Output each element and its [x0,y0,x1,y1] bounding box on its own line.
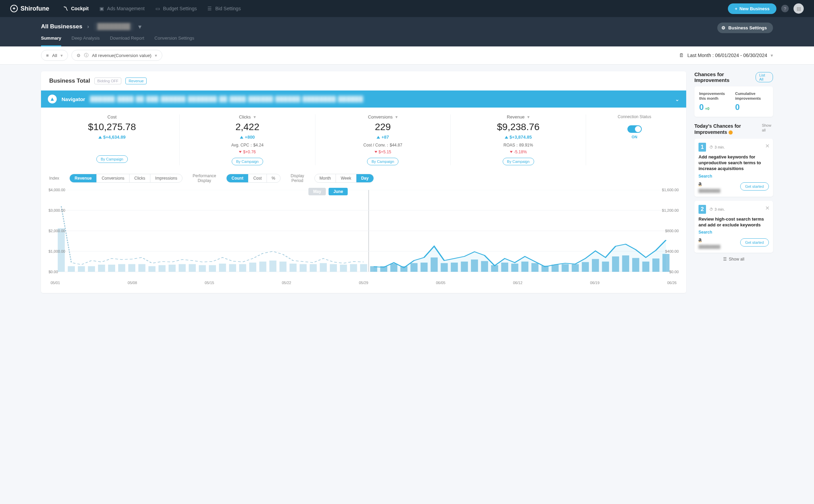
metric-cost: Cost $10,275.78 $+4,634.89 By Campaign [44,114,180,165]
chevron-down-icon[interactable]: ⌄ [675,96,679,102]
new-business-button[interactable]: + New Business [728,3,776,14]
breadcrumb-all-businesses[interactable]: All Businesses [41,23,82,30]
connection-toggle[interactable] [627,125,642,133]
metric-conversions: Conversions▾ 229 +87 Cost / Conv.：$44.87… [315,114,451,165]
filter-all-label: All [52,53,57,58]
svg-rect-21 [209,265,216,272]
seg-period-day[interactable]: Day [356,174,374,182]
nav-bid-settings[interactable]: ☰ Bid Settings [207,6,241,11]
filter-icon: ≡ [46,53,49,58]
filter-all-dropdown[interactable]: ≡ All ▾ [41,50,68,61]
close-icon[interactable]: ✕ [765,205,770,211]
date-range-picker[interactable]: 🗓 Last Month : 06/01/2024 - 06/30/2024 ▾ [679,53,773,58]
seg-period-month[interactable]: Month [315,174,336,182]
metric-cost-value: $10,275.78 [48,122,176,132]
filter-revenue-dropdown[interactable]: ⚙ ⓘ All revenue(Conversion value) ▾ [71,50,162,61]
svg-rect-29 [289,264,297,272]
seg-perf-percent[interactable]: % [267,174,280,182]
metric-revenue-label: Revenue [507,114,525,120]
y-tick-left: $2,000.00 [49,229,65,233]
chance-category: Search [698,174,769,179]
by-campaign-button[interactable]: By Campaign [503,158,534,165]
arrow-up-icon [377,136,380,139]
tab-summary[interactable]: Summary [41,36,61,46]
svg-rect-25 [249,263,256,272]
tab-download-report[interactable]: Download Report [110,36,144,46]
seg-index-clicks[interactable]: Clicks [130,174,150,182]
seg-period-week[interactable]: Week [336,174,356,182]
nav-ads-management[interactable]: ▣ Ads Management [99,6,145,11]
seg-perf-label: Performance Display [193,173,216,183]
chance-card-1: 1 ⏱3 min. ✕ Add negative keywords for un… [694,139,773,197]
svg-rect-34 [340,265,347,272]
seg-perf-count[interactable]: Count [227,174,248,182]
svg-rect-22 [219,264,226,272]
nav-bid-label: Bid Settings [215,6,241,11]
nav-cockpit[interactable]: 〽 Cockpit [63,6,89,11]
x-tick: 05/08 [128,281,137,285]
chevron-down-icon[interactable]: ▾ [138,23,141,30]
seg-period: Month Week Day [314,174,374,183]
metric-clicks-label: Clicks [239,114,251,120]
tag-revenue[interactable]: Revenue [125,78,147,84]
close-icon[interactable]: ✕ [765,143,770,149]
imp-cumulative-value: 0 [735,102,761,112]
x-tick: 05/29 [359,281,368,285]
nav-ads-label: Ads Management [107,6,145,11]
nav-budget-settings[interactable]: ▭ Budget Settings [155,6,197,11]
legend-may[interactable]: May [308,188,326,195]
tab-deep-analysis[interactable]: Deep Analysis [71,36,99,46]
y-tick-right: $0.00 [669,270,679,274]
stopwatch-icon: ⏱ [709,207,713,211]
list-all-button[interactable]: List All [756,72,773,82]
svg-rect-35 [350,264,357,272]
metric-clicks: Clicks▾ 2,422 +800 Avg. CPC：$4.24 $+0.76… [180,114,315,165]
svg-rect-16 [159,265,166,272]
y-tick-left: $0.00 [49,270,58,274]
show-all-link[interactable]: Show all [762,123,773,133]
imp-this-month-label: Improvements this month [699,91,725,101]
help-icon[interactable]: ? [781,5,789,12]
seg-index-revenue[interactable]: Revenue [70,174,97,182]
show-all-bottom-link[interactable]: ☰ Show all [694,257,773,262]
navigator-bar[interactable]: ▲ Navigator ██████ ████ ██ ███ ██████ ██… [41,90,686,108]
legend-june[interactable]: June [329,188,348,195]
chevron-down-icon[interactable]: ▾ [527,114,530,120]
svg-rect-20 [199,265,206,272]
chevron-right-icon: › [87,23,89,30]
info-icon: ⓘ [84,52,89,58]
chance-time: 3 min. [715,145,725,149]
metric-cost-label: Cost [107,114,117,120]
metric-clicks-value: 2,422 [183,122,311,132]
by-campaign-button[interactable]: By Campaign [96,155,128,163]
chevron-down-icon[interactable]: ▾ [254,114,256,120]
svg-rect-19 [189,264,196,272]
metric-revenue-sub: ROAS：89.91% [454,142,582,148]
by-campaign-button[interactable]: By Campaign [367,158,398,165]
tab-conversion-settings[interactable]: Conversion Settings [154,36,194,46]
x-tick: 05/01 [51,281,60,285]
user-avatar[interactable]: ▤ [793,3,804,14]
date-range-label: Last Month : 06/01/2024 - 06/30/2024 [687,53,767,58]
y-tick-left: $4,000.00 [49,188,65,192]
business-settings-button[interactable]: ⚙ Business Settings [717,23,773,33]
chevron-down-icon[interactable]: ▾ [395,114,398,120]
chance-account-name: █████████ [698,189,769,193]
y-tick-right: $1,200.00 [662,208,679,212]
seg-index-conversions[interactable]: Conversions [97,174,130,182]
chevron-down-icon: ▾ [771,53,773,58]
card-title: Business Total [49,78,90,84]
brand-logo[interactable]: ✦ Shirofune [10,5,49,12]
svg-rect-30 [300,264,307,272]
imp-this-month-value: 0 [699,102,704,112]
by-campaign-button[interactable]: By Campaign [232,158,263,165]
seg-index-impressions[interactable]: Impressions [150,174,182,182]
metric-conv-sub: Cost / Conv.：$44.87 [319,142,447,148]
tag-bidding-off: Bidding OFF [94,78,122,84]
seg-perf: Count Cost % [226,174,280,183]
metric-revenue-delta: $+3,874.85 [510,135,532,140]
breadcrumb-business-name[interactable]: ████████ [94,23,134,31]
logo-icon: ✦ [10,5,18,12]
arrow-down-icon [239,151,242,153]
seg-perf-cost[interactable]: Cost [248,174,267,182]
